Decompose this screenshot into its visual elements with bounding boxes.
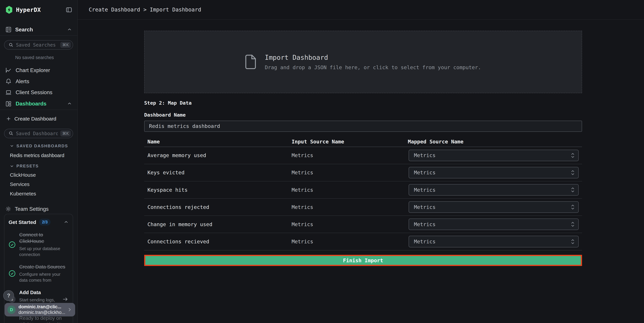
chevron-up-icon	[64, 220, 68, 225]
search-section-icon	[6, 26, 12, 32]
get-started-progress-badge: 2/3	[39, 219, 50, 226]
sidebar-nav: Chart Explorer Alerts Client Sessions Da…	[0, 65, 77, 110]
step-label: Step 2: Map Data	[144, 100, 582, 106]
select-updown-icon	[571, 153, 574, 158]
finish-import-button[interactable]: Finish Import	[144, 255, 582, 266]
mapped-source-select[interactable]: Metrics	[408, 184, 579, 196]
chevron-right-icon	[67, 307, 72, 312]
get-started-header[interactable]: Get Started 2/3	[8, 219, 69, 226]
chevron-down-icon	[10, 164, 14, 168]
select-updown-icon	[571, 187, 574, 193]
avatar: D	[8, 306, 16, 314]
row-input-source-cell: Metrics	[288, 152, 404, 158]
sidebar-item-team-settings[interactable]: Team Settings	[0, 206, 77, 212]
file-icon	[245, 54, 256, 69]
chevron-up-icon	[67, 27, 72, 32]
mapping-table: Name Input Source Name Mapped Source Nam…	[144, 137, 582, 251]
user-email: dominic.tran@clickho...	[18, 310, 64, 315]
row-name-cell: Average memory used	[144, 152, 288, 158]
check-circle-icon	[8, 264, 16, 283]
sidebar-item-preset-services[interactable]: Services	[0, 181, 77, 187]
table-row: Keys evicted Metrics Metrics	[144, 164, 582, 181]
plus-icon	[6, 116, 11, 121]
help-button[interactable]: ?	[3, 290, 14, 301]
row-input-source-cell: Metrics	[288, 187, 404, 193]
mapped-source-select[interactable]: Metrics	[408, 219, 579, 230]
column-header-mapped-source: Mapped Source Name	[404, 139, 582, 145]
no-saved-searches-text: No saved searches	[15, 55, 77, 60]
row-input-source-cell: Metrics	[288, 221, 404, 227]
presets-group-toggle[interactable]: PRESETS	[0, 164, 77, 168]
get-started-item-title: Create Data Sources	[19, 264, 69, 270]
mapped-source-select[interactable]: Metrics	[408, 201, 579, 213]
check-circle-icon	[8, 232, 16, 258]
dashboard-name-label: Dashboard Name	[144, 112, 582, 118]
row-name-cell: Keys evicted	[144, 170, 288, 176]
create-dashboard-label: Create Dashboard	[14, 116, 56, 122]
get-started-item-subtitle: Configure where your data comes from	[19, 271, 69, 283]
row-input-source-cell: Metrics	[288, 204, 404, 210]
row-mapped-source-cell: Metrics	[404, 150, 582, 161]
sidebar-item-preset-clickhouse[interactable]: ClickHouse	[0, 172, 77, 178]
get-started-item-title: Connect to ClickHouse	[19, 232, 69, 245]
mapped-source-select-value: Metrics	[414, 221, 436, 227]
mapped-source-select-value: Metrics	[414, 170, 436, 176]
row-mapped-source-cell: Metrics	[404, 219, 582, 230]
bell-icon	[6, 78, 12, 84]
dropzone-title: Import Dashboard	[265, 54, 481, 61]
json-file-dropzone[interactable]: Import Dashboard Drag and drop a JSON fi…	[144, 31, 582, 93]
mapped-source-select[interactable]: Metrics	[408, 167, 579, 178]
sidebar-item-preset-kubernetes[interactable]: Kubernetes	[0, 191, 77, 196]
row-input-source-cell: Metrics	[288, 239, 404, 245]
mapped-source-select[interactable]: Metrics	[408, 150, 579, 161]
row-mapped-source-cell: Metrics	[404, 184, 582, 196]
dashboard-name-input[interactable]	[144, 121, 582, 132]
table-row: Average memory used Metrics Metrics	[144, 147, 582, 164]
row-mapped-source-cell: Metrics	[404, 167, 582, 178]
get-started-item-sources[interactable]: Create Data Sources Configure where your…	[8, 264, 69, 283]
cmd-k-shortcut: ⌘K	[60, 42, 71, 48]
saved-dashboards-group-toggle[interactable]: SAVED DASHBOARDS	[0, 144, 77, 148]
table-header-row: Name Input Source Name Mapped Source Nam…	[144, 137, 582, 147]
sidebar-item-search[interactable]: Search	[0, 24, 77, 36]
get-started-item-title: Add Data	[19, 290, 58, 296]
laptop-icon	[6, 89, 12, 95]
saved-dashboards-search[interactable]: ⌘K	[4, 129, 73, 138]
mapped-source-select-value: Metrics	[414, 187, 436, 193]
sidebar-item-redis-dashboard[interactable]: Redis metrics dashboard	[0, 153, 77, 158]
chevron-down-icon	[10, 144, 14, 148]
select-updown-icon	[571, 170, 574, 175]
user-menu[interactable]: D dominic.tran@clic... dominic.tran@clic…	[4, 303, 75, 317]
saved-dashboards-input[interactable]	[16, 131, 58, 136]
collapse-sidebar-icon[interactable]	[66, 7, 72, 13]
row-input-source-cell: Metrics	[288, 170, 404, 176]
sidebar-item-dashboards[interactable]: Dashboards	[0, 98, 77, 110]
row-name-cell: Connections rejected	[144, 204, 288, 210]
cmd-k-shortcut: ⌘K	[60, 130, 71, 137]
select-updown-icon	[571, 239, 574, 244]
chart-explorer-icon	[6, 67, 12, 73]
select-updown-icon	[571, 204, 574, 210]
create-dashboard-button[interactable]: Create Dashboard	[0, 113, 77, 124]
row-name-cell: Change in memory used	[144, 221, 288, 227]
breadcrumb: Create Dashboard > Import Dashboard	[89, 6, 201, 13]
table-row: Connections rejected Metrics Metrics	[144, 199, 582, 216]
sidebar-item-client-sessions[interactable]: Client Sessions	[0, 87, 77, 98]
chevron-up-icon	[67, 101, 72, 106]
get-started-item-subtitle: Set up your database connection	[19, 246, 69, 258]
gear-icon	[6, 206, 11, 212]
search-icon	[8, 42, 14, 47]
mapped-source-select-value: Metrics	[414, 239, 436, 245]
mapped-source-select[interactable]: Metrics	[408, 236, 579, 247]
topbar: Create Dashboard > Import Dashboard	[78, 0, 644, 20]
row-mapped-source-cell: Metrics	[404, 236, 582, 247]
sidebar: HyperDX Search ⌘K	[0, 0, 78, 323]
saved-searches-input[interactable]	[16, 42, 58, 48]
saved-searches-search[interactable]: ⌘K	[4, 40, 73, 50]
column-header-input-source: Input Source Name	[288, 139, 404, 145]
get-started-item-connect[interactable]: Connect to ClickHouse Set up your databa…	[8, 232, 69, 258]
sidebar-item-alerts[interactable]: Alerts	[0, 76, 77, 87]
dropzone-subtitle: Drag and drop a JSON file here, or click…	[265, 64, 481, 70]
sidebar-item-chart-explorer[interactable]: Chart Explorer	[0, 65, 77, 76]
column-header-name: Name	[144, 139, 288, 145]
